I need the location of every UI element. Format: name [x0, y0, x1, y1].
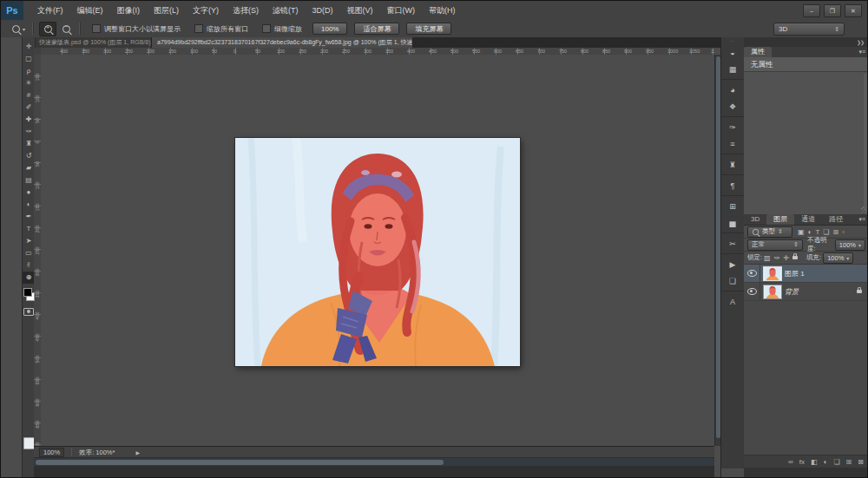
layer-filter-select[interactable]: 类型 ⇕ [747, 226, 792, 238]
layer-group-icon[interactable]: ❏ [833, 458, 839, 466]
zoom-tool-preset[interactable]: ▾ [10, 23, 28, 35]
notes-panel-icon[interactable]: ✂ [721, 232, 744, 252]
document-tab-psd[interactable]: 快速蒙版表.psd @ 100% (图层 1, RGB/8) * [34, 37, 152, 48]
swatches-panel-icon[interactable]: ▦ [721, 61, 744, 77]
healing-brush-tool-icon[interactable]: ✚ [23, 114, 35, 126]
filter-shape-layers-icon[interactable]: ❏ [823, 228, 829, 236]
properties-scrollbar[interactable] [864, 73, 868, 212]
histogram-panel-icon[interactable]: ▅ [721, 214, 744, 231]
resize-windows-checkbox[interactable]: 调整窗口大小以满屏显示 [92, 24, 181, 34]
menu-item-4[interactable]: 文字(Y) [186, 1, 226, 20]
scrubby-zoom-checkbox[interactable]: 细微缩放 [262, 24, 302, 34]
filter-toggle-icon[interactable]: ▫ [842, 228, 845, 236]
styles-panel-icon[interactable]: ❖ [721, 98, 744, 115]
lock-transparency-icon[interactable]: ▨ [764, 254, 771, 262]
menu-item-9[interactable]: 窗口(W) [380, 1, 423, 20]
layer-mask-icon[interactable]: ◧ [811, 458, 818, 466]
lock-all-icon[interactable] [792, 256, 798, 259]
layer-row-layer1[interactable]: 图层 1 [744, 265, 868, 283]
lasso-tool-icon[interactable]: ρ [23, 65, 35, 77]
hand-tool-icon[interactable]: ✌ [23, 259, 35, 272]
filter-type-layers-icon[interactable]: T [815, 228, 819, 236]
tab-channels[interactable]: 通道 [794, 214, 822, 225]
filter-adjustment-layers-icon[interactable]: ◐ [808, 228, 812, 236]
blend-mode-select[interactable]: 正常 ⇕ [747, 239, 803, 251]
layer-comps-panel-icon[interactable]: ❏ [721, 272, 744, 289]
layer-name[interactable]: 背景 [785, 287, 799, 297]
lock-pixels-icon[interactable]: ✑ [774, 254, 780, 262]
zoom-out-mode-button[interactable] [58, 23, 74, 36]
brush-panel-icon[interactable]: ✑ [721, 116, 744, 135]
menu-item-10[interactable]: 帮助(H) [422, 1, 463, 20]
timeline-panel-icon[interactable]: ▶ [721, 253, 744, 272]
clone-stamp-tool-icon[interactable]: ♜ [23, 138, 35, 150]
brush-presets-panel-icon[interactable]: ≡ [721, 135, 744, 152]
layer-thumbnail[interactable] [764, 267, 781, 280]
eyedropper-tool-icon[interactable]: ✐ [23, 101, 35, 114]
clone-source-panel-icon[interactable]: ♜ [721, 154, 744, 173]
collapse-panels-icon[interactable]: ❯❯ [857, 39, 864, 45]
foreground-color-swatch[interactable] [23, 288, 32, 297]
blur-tool-icon[interactable]: ● [23, 187, 35, 199]
tab-3d[interactable]: 3D [744, 214, 766, 225]
zoom-in-mode-button[interactable] [39, 22, 56, 36]
zoom-level-field[interactable]: 100% [39, 448, 64, 457]
zoom-tool-icon[interactable]: ⊕ [23, 272, 35, 284]
pen-tool-icon[interactable]: ✒ [23, 211, 35, 223]
eraser-tool-icon[interactable]: ▰ [23, 162, 35, 174]
fit-screen-button[interactable]: 适合屏幕 [354, 23, 399, 35]
menu-item-7[interactable]: 3D(D) [306, 1, 340, 20]
menu-item-1[interactable]: 编辑(E) [70, 1, 110, 20]
dock-grip-icon[interactable]: ∙∙ [721, 37, 744, 44]
crop-tool-icon[interactable]: # [23, 89, 35, 101]
actual-pixels-button[interactable]: 100% [312, 23, 347, 35]
filter-smart-objects-icon[interactable]: ⊞ [832, 228, 838, 236]
marquee-tool-icon[interactable]: ▢ [23, 53, 35, 65]
new-layer-icon[interactable]: ⊞ [846, 458, 852, 466]
horizontal-scrollbar-thumb[interactable] [36, 460, 444, 465]
document-tab-jpg[interactable]: a7994d9bd292ffbd2c3237318370167f327debec… [152, 37, 412, 48]
shape-tool-icon[interactable]: ▭ [23, 247, 35, 259]
menu-item-6[interactable]: 滤镜(T) [266, 1, 306, 20]
color-panel-icon[interactable]: ◒ [721, 44, 744, 61]
quick-selection-tool-icon[interactable]: ✳ [23, 77, 35, 89]
zoom-all-windows-checkbox[interactable]: 缩放所有窗口 [194, 24, 248, 34]
document-canvas-image[interactable] [235, 138, 520, 366]
close-button[interactable]: ✕ [845, 4, 862, 17]
tab-layers[interactable]: 图层 [766, 214, 794, 225]
fill-select[interactable]: 100% ▾ [823, 252, 853, 264]
type-tool-icon[interactable]: T [23, 223, 35, 235]
menu-item-0[interactable]: 文件(F) [30, 1, 70, 20]
link-layers-icon[interactable]: ∞ [788, 458, 793, 466]
filter-pixel-layers-icon[interactable]: ▣ [798, 228, 805, 236]
panel-menu-icon[interactable]: ▾≡ [858, 49, 865, 56]
fill-screen-button[interactable]: 填充屏幕 [406, 23, 451, 35]
menu-item-2[interactable]: 图像(I) [110, 1, 148, 20]
panel-menu-icon[interactable]: ▾≡ [858, 216, 865, 223]
adjustments-panel-icon[interactable]: ◕ [721, 79, 744, 98]
layer-style-icon[interactable]: fx [799, 458, 805, 466]
brush-tool-icon[interactable]: ✑ [23, 126, 35, 138]
tab-properties[interactable]: 属性 [744, 47, 772, 57]
tab-paths[interactable]: 路径 [822, 214, 850, 225]
menu-item-5[interactable]: 选择(S) [226, 1, 266, 20]
layer-thumbnail[interactable] [764, 285, 781, 298]
eye-cell[interactable] [744, 283, 760, 300]
gradient-tool-icon[interactable]: ▤ [23, 174, 35, 187]
eye-cell[interactable] [744, 265, 760, 282]
path-selection-tool-icon[interactable]: ➤ [23, 235, 35, 247]
layer-name[interactable]: 图层 1 [785, 269, 805, 278]
move-tool-icon[interactable]: ✛ [23, 41, 35, 53]
dodge-tool-icon[interactable]: ◐ [23, 199, 35, 211]
menu-item-8[interactable]: 视图(V) [340, 1, 380, 20]
history-brush-tool-icon[interactable]: ↺ [23, 150, 35, 162]
adjustment-layer-icon[interactable]: ◐ [824, 458, 828, 466]
minimize-button[interactable]: – [803, 4, 820, 17]
quick-mask-mode-button[interactable] [23, 308, 34, 316]
lock-position-icon[interactable]: ✛ [783, 254, 789, 262]
opacity-select[interactable]: 100% ▾ [835, 239, 865, 251]
menu-item-3[interactable]: 图层(L) [147, 1, 186, 20]
panel-resize-grip[interactable] [861, 206, 868, 213]
restore-button[interactable]: ❐ [824, 4, 841, 17]
status-menu-arrow-icon[interactable]: ▶ [135, 449, 140, 455]
